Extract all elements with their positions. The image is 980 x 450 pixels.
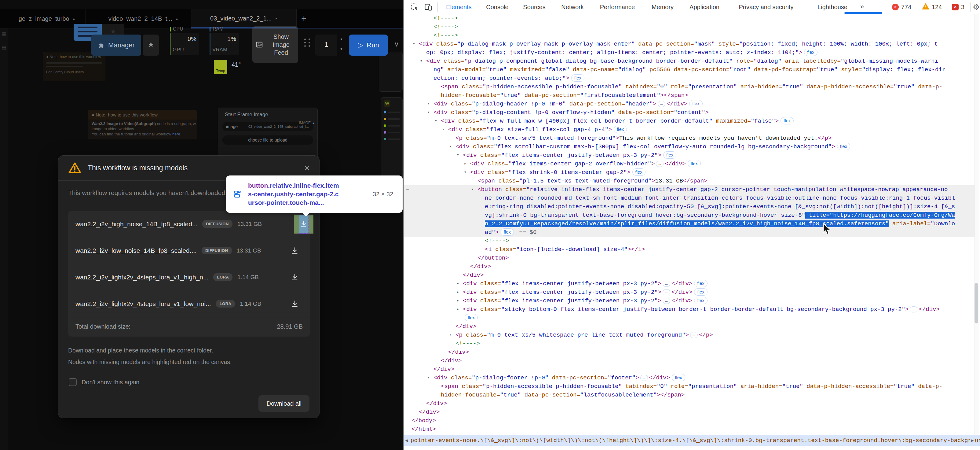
code-line[interactable]: flex (404, 314, 975, 322)
expand-arrow-icon[interactable]: ▾ (457, 151, 459, 160)
collapse-arrow-icon[interactable]: ▸ (457, 305, 459, 314)
code-line[interactable]: ▾<div class="flex w-full max-w-[490px] f… (404, 117, 975, 125)
issues-count[interactable]: 3 (961, 0, 964, 14)
code-line[interactable]: </div> (404, 322, 975, 331)
code-line[interactable]: ▸<div class="p-dialog-header !p-0 !m-0" … (404, 100, 975, 108)
flex-badge[interactable]: flex (689, 100, 702, 107)
collapse-arrow-icon[interactable]: ▸ (427, 100, 430, 108)
background-node[interactable] (379, 52, 402, 92)
code-line[interactable]: </div> (404, 365, 975, 373)
code-line[interactable]: ▾<div class="p-dialog-content !p-0 overf… (404, 108, 975, 117)
code-line[interactable]: </div> (404, 262, 975, 271)
flex-badge[interactable]: flex (837, 143, 850, 150)
dont-show-again-checkbox[interactable] (69, 378, 77, 386)
devtools-tab-privacy-and-security[interactable]: Privacy and security (739, 0, 794, 14)
code-line[interactable]: ▾<div class="flex items-center justify-b… (404, 151, 975, 160)
upload-widget[interactable]: choose file to upload (223, 136, 313, 145)
code-line[interactable]: <span class="p-hidden-accessible p-hidde… (404, 83, 975, 91)
scrollbar-thumb[interactable] (975, 283, 978, 324)
devtools-tab-sources[interactable]: Sources (523, 0, 545, 14)
code-line[interactable]: ▸<p class="m-0 text-xs/5 whitespace-pre-… (404, 331, 975, 339)
flex-badge[interactable]: flex (694, 297, 707, 304)
console-warnings-icon[interactable]: ! (922, 3, 929, 10)
flex-badge[interactable]: flex (571, 74, 584, 81)
flex-badge[interactable]: flex (465, 314, 478, 321)
batch-count-input[interactable]: 1 (315, 35, 337, 56)
collapse-arrow-icon[interactable]: ▸ (464, 160, 466, 168)
code-line[interactable]: <i class="icon-[lucide--download] size-4… (404, 245, 975, 254)
collapsed-children-icon[interactable]: … (690, 332, 698, 338)
code-line[interactable]: </div> (404, 271, 975, 279)
code-line[interactable]: vg]:shrink-0 bg-transparent text-base-fo… (404, 211, 975, 220)
code-line[interactable]: ection: column; pointer-events: auto;">f… (404, 74, 975, 83)
node-menu-icon[interactable]: ⋯ (406, 185, 409, 194)
code-line[interactable]: ▾<div class="flex scrollbar-custom max-h… (404, 142, 975, 151)
code-line[interactable]: <!----> (404, 22, 975, 31)
comfyui-canvas[interactable]: ☰ ▦ ▤ ge_z_image_turbo●video_wan2_2_14B_… (0, 0, 403, 450)
expand-arrow-icon[interactable]: ▾ (427, 108, 430, 117)
flex-badge[interactable]: flex (694, 288, 707, 295)
expand-arrow-icon[interactable]: ▾ (464, 168, 466, 177)
note-node-2[interactable]: ● Note: how to use this workflow Wan2.2 … (88, 110, 197, 139)
code-line[interactable]: e:ring-ring disabled:pointer-events-none… (404, 203, 975, 211)
code-line[interactable]: </div> (404, 348, 975, 356)
code-line[interactable]: ne border-none rounded-md text-sm font-m… (404, 194, 975, 203)
code-line[interactable]: ▸<div class="sticky bottom-0 flex items-… (404, 305, 975, 314)
code-line[interactable]: <!----> (404, 14, 975, 22)
code-line[interactable]: ad">flex == $0 (404, 228, 975, 237)
collapsed-children-icon[interactable]: … (663, 298, 670, 304)
run-options-chevron[interactable]: ∨ (394, 40, 399, 48)
code-line[interactable]: ▾<div class="p-dialog-mask p-overlay-mas… (404, 40, 975, 48)
code-line[interactable]: ▸<div class="flex items-center justify-b… (404, 288, 975, 297)
devtools-tab-performance[interactable]: Performance (600, 0, 635, 14)
code-line[interactable]: ▸<div class="flex items-center justify-b… (404, 279, 975, 288)
scrollbar-track[interactable] (975, 14, 979, 435)
note-link[interactable]: here (172, 132, 180, 136)
devtools-tab-network[interactable]: Network (561, 0, 584, 14)
flex-badge[interactable]: flex (804, 49, 817, 56)
flex-badge[interactable]: flex (614, 126, 627, 133)
close-icon[interactable]: ✕ (304, 164, 310, 172)
console-errors-count[interactable]: 774 (901, 0, 911, 14)
code-line[interactable]: <p class="m-0 text-sm/5 text-muted-foreg… (404, 134, 975, 142)
console-errors-icon[interactable]: ✕ (892, 4, 899, 10)
flex-badge[interactable]: flex (694, 280, 707, 287)
code-line[interactable]: ▾<div class="flex shrink-0 items-center … (404, 168, 975, 177)
run-button[interactable]: ▷ Run (349, 35, 388, 56)
grid-icon[interactable]: ▦ (0, 31, 8, 37)
collapse-arrow-icon[interactable]: ▸ (457, 279, 459, 288)
console-warnings-count[interactable]: 124 (932, 0, 942, 14)
download-all-button[interactable]: Download all (258, 395, 309, 412)
flex-badge[interactable]: flex (672, 374, 685, 381)
breadcrumb-scroll-left-icon[interactable]: ◀ (404, 435, 409, 446)
devtools-tab-memory[interactable]: Memory (652, 0, 674, 14)
toolbar-drag-handle[interactable] (304, 38, 311, 47)
collapsed-children-icon[interactable]: … (656, 161, 663, 167)
code-line[interactable]: </div> (404, 399, 975, 408)
expand-arrow-icon[interactable]: ▾ (435, 117, 437, 125)
batch-stepper[interactable]: ▴ ▾ (338, 35, 348, 56)
expand-arrow-icon[interactable]: ▾ (413, 40, 415, 48)
breadcrumb-scroll-right-icon[interactable]: ▶ (970, 435, 975, 446)
flex-badge[interactable]: flex (781, 117, 794, 124)
issues-icon[interactable]: ✕ (952, 4, 959, 10)
settings-gear-icon[interactable]: ⚙ (973, 0, 980, 14)
download-model-button[interactable] (285, 241, 305, 260)
code-line[interactable]: ▸<div class="flex items-center gap-2 ove… (404, 160, 975, 168)
code-line[interactable]: <span class="pl-1.5 text-xs text-muted-f… (404, 177, 975, 185)
code-line[interactable]: ▸<div class="flex items-center justify-b… (404, 297, 975, 305)
new-workflow-button[interactable]: + (301, 13, 307, 24)
code-line[interactable]: </body> (404, 416, 975, 425)
code-line[interactable]: op: 0px; display: flex; justify-content:… (404, 48, 975, 57)
favorite-button[interactable]: ★ (143, 35, 159, 56)
panel-icon[interactable]: ▤ (0, 45, 8, 50)
collapse-arrow-icon[interactable]: ▸ (457, 288, 459, 297)
breadcrumb-selected-item[interactable]: pointer-events-none.\[\&_svg\]\:not\(\[w… (410, 435, 980, 446)
flex-badge[interactable]: flex (501, 228, 514, 236)
code-line[interactable]: </button> (404, 254, 975, 262)
show-image-feed-button[interactable]: Show Image Feed (252, 26, 298, 63)
manager-button[interactable]: Manager (91, 35, 141, 56)
collapsed-children-icon[interactable]: … (658, 101, 665, 107)
code-line[interactable]: hidden-focusable="true" data-pc-section=… (404, 91, 975, 100)
expand-arrow-icon[interactable]: ▾ (449, 142, 452, 151)
